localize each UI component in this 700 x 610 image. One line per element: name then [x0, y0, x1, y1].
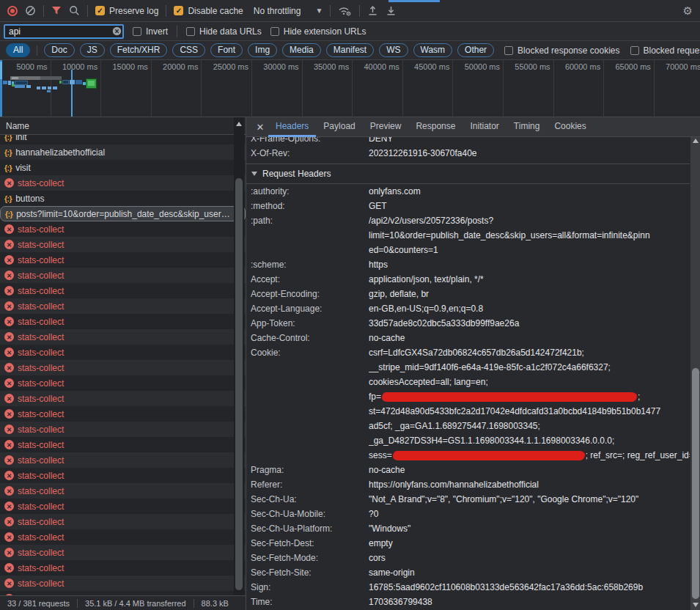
checkbox-icon[interactable]	[270, 27, 279, 36]
table-row[interactable]: {:}visit	[0, 160, 246, 175]
network-conditions-icon[interactable]	[338, 5, 352, 16]
filter-pill-wasm[interactable]: Wasm	[413, 43, 453, 57]
tab-initiator[interactable]: Initiator	[463, 117, 506, 137]
failed-request-icon: ✕	[4, 440, 14, 449]
table-row[interactable]: ✕stats-collect	[0, 252, 246, 268]
request-name: stats-collect	[18, 578, 64, 589]
scrollbar-thumb[interactable]	[692, 368, 699, 599]
throttling-dropdown[interactable]: No throttling ▼	[254, 6, 323, 16]
timeline-tick-label: 5000 ms	[0, 62, 48, 71]
request-name: stats-collect	[18, 440, 64, 450]
table-row[interactable]: ✕stats-collect	[0, 499, 246, 514]
network-list-scrollbar[interactable]	[234, 117, 244, 595]
scrollbar-thumb[interactable]	[235, 178, 243, 590]
checkbox-checked-icon[interactable]: ✓	[174, 6, 183, 15]
timeline-playhead[interactable]	[71, 70, 73, 117]
table-row[interactable]: ✕stats-collect	[0, 468, 246, 483]
request-name: hannahelizabethofficial	[15, 147, 105, 158]
table-row[interactable]: ✕stats-collect	[0, 360, 246, 375]
export-har-icon[interactable]	[386, 5, 397, 16]
table-row[interactable]: ✕stats-collect	[0, 221, 246, 237]
checkbox-icon[interactable]	[630, 46, 639, 55]
filter-pill-css[interactable]: CSS	[172, 43, 205, 57]
blocked-response-cookies-checkbox[interactable]: Blocked response cookies	[504, 45, 619, 56]
preserve-log-checkbox[interactable]: ✓ Preserve log	[95, 6, 158, 16]
record-button[interactable]	[7, 6, 18, 16]
timeline-overview[interactable]: 5000 ms10000 ms15000 ms20000 ms25000 ms3…	[0, 60, 700, 117]
scroll-down-icon[interactable]	[693, 603, 699, 607]
filter-icon[interactable]	[51, 6, 62, 15]
status-bar: 33 / 381 requests 35.1 kB / 4.4 MB trans…	[0, 595, 246, 610]
filter-input[interactable]	[4, 24, 124, 39]
table-row[interactable]: ✕stats-collect	[0, 314, 246, 329]
close-icon[interactable]: ✕	[252, 122, 268, 133]
header-value-text: limit=10&order=publish_date_desc&skip_us…	[369, 230, 650, 240]
filter-pill-other[interactable]: Other	[457, 43, 494, 57]
filter-pill-js[interactable]: JS	[80, 43, 105, 57]
hide-data-urls-checkbox[interactable]: Hide data URLs	[186, 26, 262, 37]
table-row[interactable]: ✕stats-collect	[0, 268, 246, 283]
request-headers-section-header[interactable]: Request Headers	[246, 164, 690, 184]
filter-pill-ws[interactable]: WS	[379, 43, 408, 57]
settings-gear-icon[interactable]: ⚙	[683, 4, 693, 18]
hide-extension-urls-checkbox[interactable]: Hide extension URLs	[270, 26, 366, 37]
filter-pill-doc[interactable]: Doc	[44, 43, 74, 57]
hide-extension-urls-label: Hide extension URLs	[284, 26, 366, 37]
table-row[interactable]: ✕stats-collect	[0, 237, 246, 252]
scroll-up-icon[interactable]	[693, 139, 699, 143]
table-row[interactable]: ✕stats-collect	[0, 375, 246, 391]
tab-response[interactable]: Response	[408, 117, 463, 137]
table-row[interactable]: ✕stats-collect	[0, 283, 246, 298]
headers-scrollbar[interactable]	[690, 137, 700, 610]
table-row[interactable]: ✕stats-collect	[0, 560, 246, 576]
checkbox-icon[interactable]	[504, 46, 513, 55]
disable-cache-checkbox[interactable]: ✓ Disable cache	[174, 6, 243, 16]
table-row[interactable]: ✕stats-collect	[0, 345, 246, 360]
import-har-icon[interactable]	[367, 5, 378, 16]
filter-pill-manifest[interactable]: Manifest	[326, 43, 374, 57]
table-row[interactable]: ✕stats-collect	[0, 529, 246, 545]
clear-icon[interactable]	[25, 5, 36, 16]
request-name: stats-collect	[18, 532, 64, 543]
invert-checkbox[interactable]: Invert	[133, 26, 168, 37]
tab-timing[interactable]: Timing	[506, 117, 548, 137]
table-row[interactable]: {:}hannahelizabethofficial	[0, 144, 246, 160]
header-name: Cookie:	[246, 345, 369, 360]
table-row[interactable]: ✕stats-collect	[0, 452, 246, 468]
table-row[interactable]: ✕stats-collect	[0, 298, 246, 314]
table-row[interactable]: ✕stats-collect	[0, 391, 246, 406]
name-column-header[interactable]: Name	[0, 117, 246, 135]
table-row[interactable]: ✕stats-collect	[0, 514, 246, 529]
table-row[interactable]: {:}posts?limit=10&order=publish_date_des…	[0, 206, 246, 221]
table-row[interactable]: ✕stats-collect	[0, 545, 246, 560]
filter-pill-fetch-xhr[interactable]: Fetch/XHR	[110, 43, 168, 57]
table-row[interactable]: ✕stats-collect	[0, 175, 246, 191]
scroll-up-icon[interactable]	[236, 122, 242, 126]
table-row[interactable]: ✕stats-collect	[0, 406, 246, 422]
header-value-text: st=472d48a90d5433bfc2a2d17042e4dfdcafd31…	[369, 406, 660, 416]
checkbox-icon[interactable]	[186, 27, 195, 36]
checkbox-icon[interactable]	[133, 27, 141, 36]
tab-headers[interactable]: Headers	[268, 117, 316, 137]
waterfall-bar	[47, 90, 51, 92]
table-row[interactable]: ✕stats-collect	[0, 329, 246, 345]
clear-input-icon[interactable]	[112, 26, 122, 36]
filter-pill-all[interactable]: All	[6, 43, 30, 57]
table-row[interactable]: ✕stats-collect	[0, 576, 246, 591]
filter-pill-media[interactable]: Media	[282, 43, 321, 57]
table-row[interactable]: ✕stats-collect	[0, 437, 246, 452]
filter-pill-img[interactable]: Img	[248, 43, 277, 57]
table-row[interactable]: ✕stats-collect	[0, 422, 246, 437]
tab-payload[interactable]: Payload	[316, 117, 362, 137]
search-icon[interactable]	[69, 5, 80, 16]
checkbox-checked-icon[interactable]: ✓	[95, 6, 105, 15]
blocked-requests-checkbox[interactable]: Blocked requests	[630, 45, 700, 56]
tab-preview[interactable]: Preview	[363, 117, 409, 137]
table-row[interactable]: ✕stats-collect	[0, 483, 246, 499]
failed-request-icon: ✕	[4, 409, 14, 419]
filter-pill-font[interactable]: Font	[210, 43, 243, 57]
tab-cookies[interactable]: Cookies	[547, 117, 593, 137]
header-row: :method:GET	[246, 199, 690, 213]
table-row[interactable]: {:}buttons	[0, 191, 246, 206]
header-value-text: application/json, text/plain, */*	[369, 274, 484, 284]
